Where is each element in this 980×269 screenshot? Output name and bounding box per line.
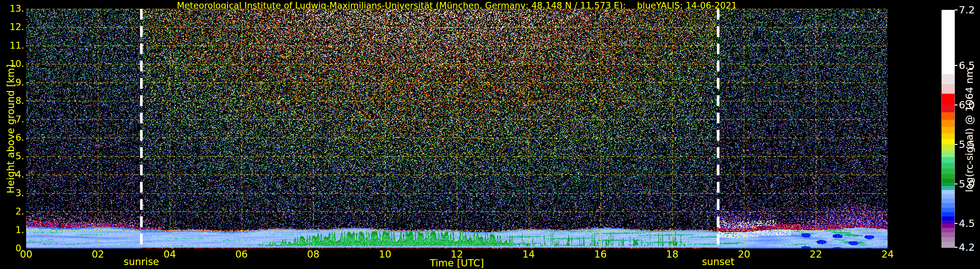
x-tick-label: 14 <box>509 249 548 260</box>
x-axis-title: Time [UTC] <box>408 257 506 269</box>
colorbar-tick-mark <box>955 10 958 10</box>
sunset-label: sunset <box>682 256 754 267</box>
x-tick-label: 08 <box>294 249 333 260</box>
colorbar-gradient <box>942 10 955 247</box>
sunrise-label: sunrise <box>105 256 177 267</box>
colorbar-tick-mark <box>955 65 958 66</box>
y-tick-label: 13. <box>0 3 24 14</box>
x-tick-label: 22 <box>796 249 835 260</box>
colorbar-tick-mark <box>955 105 958 105</box>
figure-root: Meteorological Institute of Ludwig-Maxim… <box>0 0 980 269</box>
x-tick-label: 06 <box>222 249 261 260</box>
x-tick-label: 10 <box>366 249 405 260</box>
x-tick-label: 00 <box>6 249 46 260</box>
colorbar-title: log(rc-signal) @ 1064 nm <box>964 0 975 261</box>
y-axis-title: Height above ground [km] <box>5 31 16 227</box>
colorbar-tick-mark <box>955 247 958 248</box>
heatmap-plot-canvas <box>26 9 888 248</box>
x-tick-label: 24 <box>868 249 907 260</box>
x-tick-label: 16 <box>581 249 620 260</box>
colorbar-tick-mark <box>955 183 958 185</box>
colorbar <box>942 10 955 248</box>
colorbar-tick-mark <box>955 144 958 145</box>
colorbar-tick-mark <box>955 223 958 224</box>
